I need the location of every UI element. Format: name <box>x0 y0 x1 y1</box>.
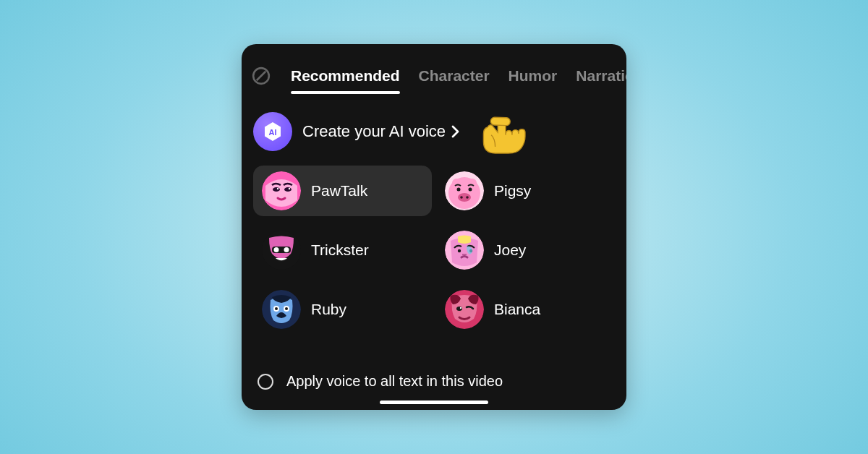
cancel-icon[interactable] <box>252 65 271 87</box>
apply-all-toggle[interactable]: Apply voice to all text in this video <box>258 373 610 390</box>
voice-option-partial[interactable] <box>253 343 432 348</box>
voice-grid: PawTalk Pigsy Trickster Joey Ruby <box>242 163 626 348</box>
voice-option-pigsy[interactable]: Pigsy <box>436 166 615 216</box>
voice-label: Ruby <box>311 301 346 318</box>
voice-label: PawTalk <box>311 182 367 200</box>
avatar <box>262 290 301 329</box>
tab-character[interactable]: Character <box>419 67 490 85</box>
tab-humor[interactable]: Humor <box>509 67 558 85</box>
voice-option-joey[interactable]: Joey <box>436 225 615 275</box>
svg-point-16 <box>466 196 469 199</box>
svg-point-24 <box>458 249 461 252</box>
avatar <box>262 171 301 210</box>
svg-point-12 <box>452 179 461 187</box>
avatar <box>262 231 301 270</box>
avatar <box>445 290 484 329</box>
create-ai-voice-label: Create your AI voice <box>302 122 460 141</box>
voice-label: Pigsy <box>494 182 531 200</box>
svg-point-6 <box>273 187 280 192</box>
svg-point-18 <box>469 188 472 192</box>
voice-option-pawtalk[interactable]: PawTalk <box>253 166 432 216</box>
chevron-right-icon <box>451 125 460 138</box>
tabs-bar: Recommended Character Humor Narration <box>242 60 626 92</box>
svg-point-32 <box>456 307 462 311</box>
svg-point-22 <box>284 247 289 252</box>
create-ai-voice-button[interactable]: AI Create your AI voice <box>242 92 626 163</box>
voice-option-bianca[interactable]: Bianca <box>436 284 615 335</box>
voice-picker-modal: Recommended Character Humor Narration AI… <box>242 44 626 410</box>
tab-recommended[interactable]: Recommended <box>291 67 400 85</box>
tab-narration[interactable]: Narration <box>576 67 626 85</box>
svg-point-7 <box>284 187 292 192</box>
svg-point-9 <box>289 188 290 189</box>
svg-line-1 <box>257 72 266 81</box>
svg-point-30 <box>285 307 288 310</box>
pointing-hand-icon <box>473 108 538 158</box>
svg-point-33 <box>460 307 461 309</box>
voice-label: Bianca <box>494 301 540 318</box>
svg-rect-4 <box>490 117 510 126</box>
voice-option-trickster[interactable]: Trickster <box>253 225 432 275</box>
svg-point-29 <box>275 307 278 310</box>
ai-badge-icon: AI <box>253 112 292 151</box>
voice-option-ruby[interactable]: Ruby <box>253 284 432 335</box>
voice-option-partial[interactable] <box>436 343 615 348</box>
voice-label: Trickster <box>311 241 369 259</box>
svg-point-13 <box>468 179 477 187</box>
svg-text:AI: AI <box>269 128 277 137</box>
svg-point-14 <box>458 193 471 202</box>
svg-point-8 <box>277 188 278 189</box>
apply-all-label: Apply voice to all text in this video <box>286 373 503 390</box>
radio-unchecked-icon <box>258 374 273 390</box>
avatar <box>445 171 484 210</box>
home-indicator <box>380 401 488 404</box>
voice-label: Joey <box>494 241 526 259</box>
svg-point-15 <box>460 196 463 199</box>
svg-point-17 <box>457 188 461 192</box>
svg-point-21 <box>274 247 279 252</box>
avatar <box>445 231 484 270</box>
